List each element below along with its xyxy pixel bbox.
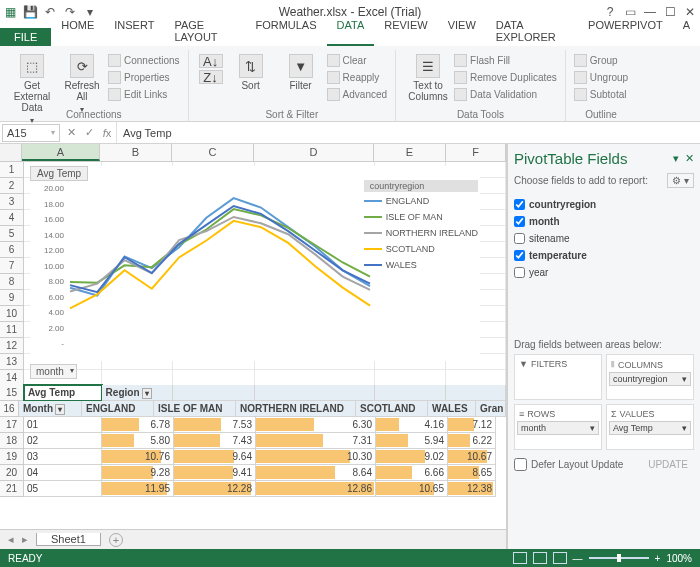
pivot-row-label[interactable]: 03 xyxy=(24,449,102,465)
zoom-level[interactable]: 100% xyxy=(666,553,692,564)
field-temperature[interactable]: temperature xyxy=(514,247,694,264)
pivot-cell[interactable]: 5.94 xyxy=(376,433,448,449)
new-sheet-icon[interactable]: + xyxy=(109,533,123,547)
data-tools-flash-fill[interactable]: Flash Fill xyxy=(454,52,557,68)
pivot-cell[interactable]: 9.02 xyxy=(376,449,448,465)
outline-subtotal[interactable]: Subtotal xyxy=(574,86,628,102)
pivot-cell[interactable]: 7.53 xyxy=(174,417,256,433)
month-dropdown[interactable]: Month xyxy=(19,401,82,417)
pivot-col-header[interactable]: ENGLAND xyxy=(82,401,154,417)
formula-input[interactable]: Avg Temp xyxy=(116,122,700,143)
connections-connections[interactable]: Connections xyxy=(108,52,180,68)
row-header[interactable]: 4 xyxy=(0,210,24,226)
tab-scroll-last-icon[interactable]: ▸ xyxy=(22,533,28,546)
tab-review[interactable]: REVIEW xyxy=(374,16,437,46)
row-header[interactable]: 6 xyxy=(0,242,24,258)
cell[interactable] xyxy=(255,370,375,386)
cell[interactable] xyxy=(375,385,447,401)
update-button[interactable]: UPDATE xyxy=(642,458,694,471)
row-header[interactable]: 11 xyxy=(0,322,24,338)
row-header[interactable]: 12 xyxy=(0,338,24,354)
gear-icon[interactable]: ⚙ ▾ xyxy=(667,173,694,188)
row-header[interactable]: 19 xyxy=(0,449,24,465)
pivot-col-header[interactable]: Gran xyxy=(476,401,506,417)
cell[interactable] xyxy=(173,385,255,401)
pivot-cell[interactable]: 9.28 xyxy=(102,465,174,481)
tab-formulas[interactable]: FORMULAS xyxy=(245,16,326,46)
data-tools-remove-duplicates[interactable]: Remove Duplicates xyxy=(454,69,557,85)
pivot-cell[interactable]: 10.30 xyxy=(256,449,376,465)
row-header[interactable]: 17 xyxy=(0,417,24,433)
connections-properties[interactable]: Properties xyxy=(108,69,180,85)
area-item[interactable]: month▾ xyxy=(517,421,599,435)
cell[interactable] xyxy=(446,370,506,386)
pivot-cell[interactable]: 12.86 xyxy=(256,481,376,497)
cell[interactable] xyxy=(102,370,174,386)
pivot-cell[interactable]: 8.64 xyxy=(256,465,376,481)
sheet-tab-sheet1[interactable]: Sheet1 xyxy=(36,533,101,546)
tab-view[interactable]: VIEW xyxy=(438,16,486,46)
pivot-cell[interactable]: 7.31 xyxy=(256,433,376,449)
text-to-columns-button[interactable]: ☰Text to Columns xyxy=(404,52,452,104)
row-header[interactable]: 5 xyxy=(0,226,24,242)
pivot-col-header[interactable]: WALES xyxy=(428,401,476,417)
pivot-cell[interactable]: 10.65 xyxy=(376,481,448,497)
area-columns[interactable]: ⦀COLUMNScountryregion▾ xyxy=(606,354,694,400)
row-header[interactable]: 2 xyxy=(0,178,24,194)
row-header[interactable]: 15 xyxy=(0,385,24,401)
cell[interactable] xyxy=(173,370,255,386)
tab-page-layout[interactable]: PAGE LAYOUT xyxy=(164,16,245,46)
connections-edit-links[interactable]: Edit Links xyxy=(108,86,180,102)
sort-filter-reapply[interactable]: Reapply xyxy=(327,69,387,85)
pivot-cell[interactable]: 11.95 xyxy=(102,481,174,497)
row-header[interactable]: 1 xyxy=(0,162,24,178)
pivot-col-header[interactable]: NORTHERN IRELAND xyxy=(236,401,356,417)
pivot-col-header[interactable]: SCOTLAND xyxy=(356,401,428,417)
pivot-row-label[interactable]: 05 xyxy=(24,481,102,497)
cell-a15[interactable]: Avg Temp xyxy=(24,385,102,401)
row-header[interactable]: 8 xyxy=(0,274,24,290)
pivot-cell[interactable]: 10.76 xyxy=(102,449,174,465)
pivot-cell[interactable]: 12.28 xyxy=(174,481,256,497)
chart-month-filter[interactable]: month xyxy=(30,364,77,379)
pivot-col-header[interactable]: ISLE OF MAN xyxy=(154,401,236,417)
pane-close-icon[interactable]: ✕ xyxy=(685,152,694,165)
zoom-slider[interactable] xyxy=(589,557,649,559)
tab-powerpivot[interactable]: POWERPIVOT xyxy=(578,16,673,46)
pivot-cell[interactable]: 9.64 xyxy=(174,449,256,465)
pivot-cell[interactable]: 8.65 xyxy=(448,465,496,481)
row-header[interactable]: 21 xyxy=(0,481,24,497)
file-tab[interactable]: FILE xyxy=(0,28,51,46)
pivot-cell[interactable]: 7.43 xyxy=(174,433,256,449)
area-rows[interactable]: ≡ROWSmonth▾ xyxy=(514,404,602,450)
zoom-in-icon[interactable]: + xyxy=(655,553,661,564)
tab-a[interactable]: A xyxy=(673,16,700,46)
field-sitename[interactable]: sitename xyxy=(514,230,694,247)
data-tools-data-validation[interactable]: Data Validation xyxy=(454,86,557,102)
view-normal-icon[interactable] xyxy=(513,552,527,564)
fx-icon[interactable]: fx xyxy=(98,127,116,139)
pane-dropdown-icon[interactable]: ▾ xyxy=(673,152,679,165)
row-header[interactable]: 16 xyxy=(0,401,19,417)
sort-button[interactable]: ⇅Sort xyxy=(227,52,275,102)
select-all-corner[interactable] xyxy=(0,144,22,161)
zoom-out-icon[interactable]: — xyxy=(573,553,583,564)
pivot-row-label[interactable]: 01 xyxy=(24,417,102,433)
col-header-D[interactable]: D xyxy=(254,144,374,161)
field-countryregion[interactable]: countryregion xyxy=(514,196,694,213)
outline-group[interactable]: Group xyxy=(574,52,628,68)
area-values[interactable]: ΣVALUESAvg Temp▾ xyxy=(606,404,694,450)
region-dropdown[interactable]: Region xyxy=(102,385,174,401)
worksheet[interactable]: ABCDEF 1234567891011121314 Avg Temp 20.0… xyxy=(0,144,507,549)
pivot-cell[interactable]: 5.80 xyxy=(102,433,174,449)
sort-filter-clear[interactable]: Clear xyxy=(327,52,387,68)
col-header-A[interactable]: A xyxy=(22,144,100,161)
col-header-F[interactable]: F xyxy=(446,144,506,161)
area-item[interactable]: countryregion▾ xyxy=(609,372,691,386)
cell[interactable] xyxy=(446,385,506,401)
area-filters[interactable]: ▼FILTERS xyxy=(514,354,602,400)
pivot-row-label[interactable]: 04 xyxy=(24,465,102,481)
pivot-cell[interactable]: 12.38 xyxy=(448,481,496,497)
pivot-cell[interactable]: 6.78 xyxy=(102,417,174,433)
pivot-table[interactable]: 15 Avg Temp Region 16 Month ENGLANDISLE … xyxy=(0,385,506,497)
